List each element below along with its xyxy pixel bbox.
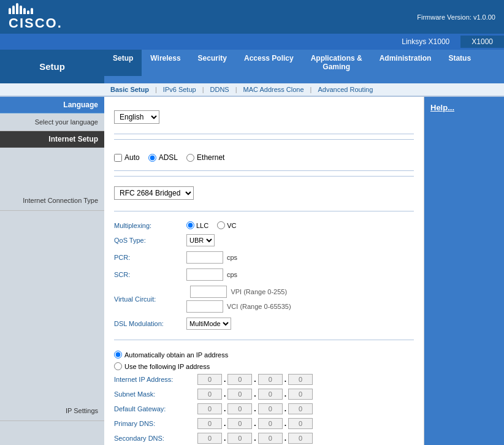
ethernet-radio-label[interactable]: Ethernet — [186, 153, 224, 162]
gateway-3[interactable] — [258, 403, 283, 414]
adsl-settings-section: Multiplexing: LLC VC QoS Type: — [114, 216, 414, 335]
help-link[interactable]: Help... — [430, 103, 454, 112]
sub-nav-ddns[interactable]: DDNS — [204, 85, 235, 94]
gateway-2[interactable] — [227, 403, 252, 414]
llc-radio[interactable] — [186, 221, 194, 229]
pcr-unit: cps — [227, 254, 237, 261]
manual-ip-radio[interactable] — [114, 362, 122, 370]
gateway-dot-2: . — [254, 405, 256, 413]
scr-input[interactable]: 4000 — [186, 268, 223, 281]
pdns-dot-3: . — [284, 419, 286, 428]
subnet-dot-2: . — [254, 390, 256, 398]
primary-dns-label: Primary DNS: — [114, 420, 194, 427]
scr-label: SCR: — [114, 271, 181, 278]
internet-ip-1[interactable] — [197, 374, 222, 385]
vci-input[interactable]: 35 — [186, 300, 223, 313]
nav-tab-security[interactable]: Security — [189, 50, 235, 76]
connection-type-label: Internet Connection Type — [23, 197, 98, 204]
sub-nav-ipv6[interactable]: IPv6 Setup — [157, 85, 202, 94]
qos-label: QoS Type: — [114, 237, 181, 244]
internet-ip-label: Internet IP Address: — [114, 376, 194, 383]
ethernet-radio[interactable] — [186, 154, 194, 162]
internet-ip-2[interactable] — [227, 374, 252, 385]
ip-dot-1: . — [224, 375, 226, 384]
virtual-circuit-label: Virtual Circuit: — [114, 295, 181, 303]
internet-ip-4[interactable] — [288, 374, 313, 385]
gateway-dot-3: . — [284, 405, 286, 413]
pdns-3[interactable] — [258, 418, 283, 429]
vc-radio[interactable] — [217, 221, 225, 229]
pdns-4[interactable] — [288, 418, 313, 429]
subnet-dot-1: . — [224, 390, 226, 398]
gateway-1[interactable] — [197, 403, 222, 414]
subnet-4[interactable] — [288, 389, 313, 400]
nav-tab-wireless[interactable]: Wireless — [142, 50, 189, 76]
sdns-2[interactable] — [227, 433, 252, 444]
connection-type-row: RFC 2684 Bridged RFC 2684 Routed PPPoE P… — [114, 181, 414, 206]
nav-tab-setup[interactable]: Setup — [104, 50, 142, 76]
internet-setup-section-header: Internet Setup — [0, 131, 104, 148]
help-panel: Help... — [424, 97, 504, 445]
pdns-1[interactable] — [197, 418, 222, 429]
setup-label: Setup — [39, 61, 65, 72]
sub-nav-mac-clone[interactable]: MAC Address Clone — [237, 85, 310, 94]
vpi-input[interactable]: 8 — [190, 286, 227, 298]
multiplexing-label: Multiplexing: — [114, 222, 181, 229]
internet-type-section: Auto ADSL Ethernet — [114, 145, 414, 171]
qos-select[interactable]: UBR CBR VBR — [186, 234, 215, 246]
manual-ip-label[interactable]: Use the following IP address — [114, 362, 210, 370]
pdns-2[interactable] — [227, 418, 252, 429]
ip-settings-section: Automatically obtain an IP address Use t… — [114, 345, 414, 445]
sub-nav-advanced-routing[interactable]: Advanced Routing — [311, 85, 379, 94]
subnet-3[interactable] — [258, 389, 283, 400]
gateway-4[interactable] — [288, 403, 313, 414]
adsl-radio-label[interactable]: ADSL — [148, 153, 178, 162]
subnet-mask-label: Subnet Mask: — [114, 390, 194, 398]
language-label: Select your language — [0, 113, 104, 131]
ip-settings-label: IP Settings — [66, 407, 98, 414]
pdns-dot-1: . — [224, 419, 226, 428]
sdns-4[interactable] — [288, 433, 313, 444]
secondary-dns-label: Secondary DNS: — [114, 435, 194, 442]
sdns-1[interactable] — [197, 433, 222, 444]
pcr-input[interactable]: 4000 — [186, 251, 223, 264]
language-select[interactable]: English Spanish French German — [114, 110, 159, 124]
vci-range: VCI (Range 0-65535) — [227, 303, 291, 310]
default-gateway-label: Default Gateway: — [114, 405, 194, 413]
device1-tab[interactable]: Linksys X1000 — [391, 36, 460, 48]
auto-radio-label[interactable]: Auto — [114, 153, 140, 162]
nav-tab-access-policy[interactable]: Access Policy — [235, 50, 302, 76]
sdns-dot-3: . — [284, 434, 286, 443]
firmware-version: Firmware Version: v1.0.00 — [417, 13, 495, 21]
connection-type-select[interactable]: RFC 2684 Bridged RFC 2684 Routed PPPoE P… — [114, 186, 194, 200]
subnet-dot-3: . — [284, 390, 286, 398]
subnet-2[interactable] — [227, 389, 252, 400]
internet-ip-3[interactable] — [258, 374, 283, 385]
ip-dot-3: . — [284, 375, 286, 384]
auto-checkbox[interactable] — [114, 154, 122, 162]
sdns-dot-2: . — [254, 434, 256, 443]
pdns-dot-2: . — [254, 419, 256, 428]
llc-radio-label[interactable]: LLC — [186, 221, 208, 229]
sub-nav-basic-setup[interactable]: Basic Setup — [104, 85, 155, 94]
vpi-range: VPI (Range 0-255) — [231, 288, 287, 295]
gateway-dot-1: . — [224, 405, 226, 413]
ip-dot-2: . — [254, 375, 256, 384]
adsl-radio[interactable] — [148, 154, 156, 162]
sdns-3[interactable] — [258, 433, 283, 444]
sdns-dot-1: . — [224, 434, 226, 443]
scr-unit: cps — [227, 271, 237, 278]
auto-ip-radio[interactable] — [114, 351, 122, 359]
cisco-logo: CISCO. — [9, 3, 63, 31]
language-form-section: English Spanish French German — [114, 103, 414, 134]
device2-tab[interactable]: X1000 — [460, 36, 504, 48]
vc-radio-label[interactable]: VC — [217, 221, 236, 229]
subnet-1[interactable] — [197, 389, 222, 400]
nav-tab-administration[interactable]: Administration — [371, 50, 440, 76]
auto-ip-label[interactable]: Automatically obtain an IP address — [114, 351, 228, 359]
language-section-header: Language — [0, 97, 104, 113]
nav-tab-applications[interactable]: Applications &Gaming — [302, 50, 371, 76]
dsl-modulation-select[interactable]: MultiMode ADSL ADSL2 ADSL2+ — [186, 318, 231, 330]
dsl-modulation-label: DSL Modulation: — [114, 320, 181, 327]
nav-tab-status[interactable]: Status — [440, 50, 479, 76]
